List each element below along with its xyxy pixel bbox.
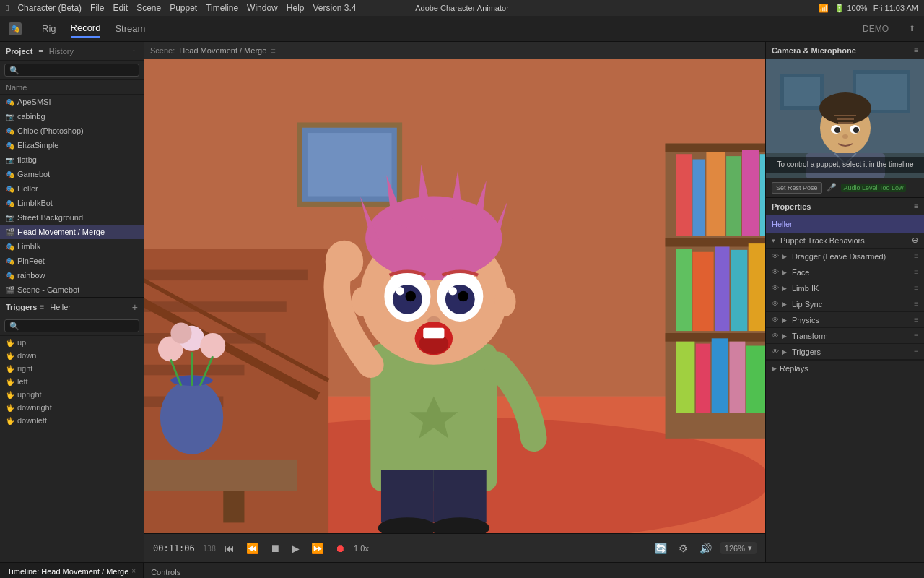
behavior-triggers[interactable]: 👁 ▶ Triggers ≡ — [766, 344, 924, 360]
audio-button[interactable]: 🔊 — [697, 541, 715, 556]
project-item[interactable]: 🎭 PinFeet — [0, 254, 144, 268]
settings-button[interactable]: ⚙ — [676, 541, 691, 556]
trigger-item[interactable]: 🖐 upleft — [0, 427, 144, 430]
project-item[interactable]: 🎭 Chloe (Photoshop) — [0, 124, 144, 138]
project-search-input[interactable] — [4, 64, 139, 77]
project-item[interactable]: 🎭 LimbIkBot — [0, 196, 144, 210]
triggers-panel: Triggers ≡ Heller + 🖐 up 🖐 down 🖐 — [0, 297, 144, 430]
behavior-name: Limb IK — [792, 284, 914, 293]
project-item[interactable]: 📷 flatbg — [0, 152, 144, 167]
trigger-item[interactable]: 🖐 downright — [0, 401, 144, 414]
scene-header: Scene: Head Movement / Merge ≡ — [144, 42, 765, 59]
triggers-search-input[interactable] — [4, 319, 139, 332]
behavior-settings-icon[interactable]: ≡ — [914, 332, 918, 340]
tab-rig[interactable]: Rig — [42, 20, 56, 37]
trigger-item[interactable]: 🖐 down — [0, 349, 144, 362]
stop-button[interactable]: ⏹ — [267, 541, 283, 556]
visibility-icon[interactable]: 👁 — [772, 332, 780, 340]
trigger-item[interactable]: 🖐 right — [0, 362, 144, 375]
behavior-physics[interactable]: 👁 ▶ Physics ≡ — [766, 312, 924, 328]
expand-icon[interactable]: ▶ — [782, 285, 788, 292]
svg-rect-40 — [729, 342, 745, 413]
visibility-icon[interactable]: 👁 — [772, 268, 780, 276]
step-forward-button[interactable]: ⏩ — [308, 541, 326, 556]
menu-puppet[interactable]: Puppet — [170, 3, 197, 13]
behavior-settings-icon[interactable]: ≡ — [914, 252, 918, 260]
skip-to-start-button[interactable]: ⏮ — [222, 541, 237, 556]
trigger-item[interactable]: 🖐 downleft — [0, 414, 144, 427]
project-item-name: PinFeet — [17, 256, 45, 265]
project-item[interactable]: 🎬 Scene - Gamebot — [0, 282, 144, 297]
expand-icon[interactable]: ▶ — [782, 269, 788, 276]
behavior-settings-icon[interactable]: ≡ — [914, 268, 918, 276]
add-trigger-button[interactable]: + — [132, 301, 138, 313]
scene-menu-icon[interactable]: ≡ — [271, 46, 275, 55]
project-item[interactable]: 🎭 ApeSMSI — [0, 95, 144, 109]
visibility-icon[interactable]: 👁 — [772, 348, 780, 355]
behavior-face[interactable]: 👁 ▶ Face ≡ — [766, 264, 924, 280]
controls-tab[interactable]: Controls — [144, 568, 188, 577]
menu-file[interactable]: File — [90, 3, 104, 13]
expand-icon[interactable]: ▶ — [782, 253, 788, 260]
menu-help[interactable]: Help — [287, 3, 305, 13]
menu-timeline[interactable]: Timeline — [206, 3, 238, 13]
play-button[interactable]: ▶ — [289, 541, 302, 556]
project-options-icon[interactable]: ⋮ — [130, 46, 138, 56]
tab-record[interactable]: Record — [71, 20, 101, 38]
record-button[interactable]: ⏺ — [332, 541, 348, 556]
step-back-button[interactable]: ⏪ — [243, 541, 261, 556]
trigger-type-icon: 🖐 — [6, 391, 14, 399]
properties-header: Properties ≡ — [766, 198, 924, 215]
history-tab[interactable]: History — [49, 47, 74, 56]
behaviors-section-header[interactable]: ▾ Puppet Track Behaviors ⊕ — [766, 233, 924, 249]
project-item[interactable]: 🎭 Gamebot — [0, 167, 144, 181]
project-item[interactable]: 📷 cabinbg — [0, 109, 144, 124]
set-rest-pose-button[interactable]: Set Rest Pose — [772, 182, 822, 194]
visibility-icon[interactable]: 👁 — [772, 300, 780, 308]
behavior-lip-sync[interactable]: 👁 ▶ Lip Sync ≡ — [766, 296, 924, 312]
behavior-dragger[interactable]: 👁 ▶ Dragger (Leave Disarmed) ≡ — [766, 249, 924, 264]
project-item-active[interactable]: 🎬 Head Movement / Merge — [0, 225, 144, 239]
timeline-tab[interactable]: Timeline: Head Movement / Merge × — [0, 563, 144, 578]
center-area: Scene: Head Movement / Merge ≡ — [144, 42, 765, 562]
project-item[interactable]: 🎭 Heller — [0, 181, 144, 196]
behavior-settings-icon[interactable]: ≡ — [914, 348, 918, 355]
project-item[interactable]: 🎭 LimbIk — [0, 239, 144, 254]
triggers-menu-icon[interactable]: ≡ — [40, 303, 44, 311]
menu-scene[interactable]: Scene — [136, 3, 161, 13]
expand-icon[interactable]: ▶ — [782, 301, 788, 308]
trigger-item[interactable]: 🖐 upright — [0, 388, 144, 401]
svg-rect-52 — [223, 491, 244, 523]
zoom-control[interactable]: 126% ▾ — [720, 542, 757, 554]
tab-stream[interactable]: Stream — [115, 23, 145, 34]
apple-menu[interactable]:  — [6, 3, 9, 13]
visibility-icon[interactable]: 👁 — [772, 316, 780, 324]
menu-window[interactable]: Window — [247, 3, 278, 13]
visibility-icon[interactable]: 👁 — [772, 284, 780, 292]
project-item[interactable]: 🎭 rainbow — [0, 268, 144, 282]
expand-icon[interactable]: ▶ — [782, 316, 788, 324]
export-icon[interactable]: ⬆ — [909, 24, 915, 33]
project-item[interactable]: 🎭 ElizaSimple — [0, 138, 144, 152]
behavior-transform[interactable]: 👁 ▶ Transform ≡ — [766, 328, 924, 344]
behavior-settings-icon[interactable]: ≡ — [914, 300, 918, 308]
expand-icon[interactable]: ▶ — [782, 332, 788, 340]
project-item[interactable]: 📷 Street Background — [0, 210, 144, 225]
timeline-close-icon[interactable]: × — [131, 567, 136, 575]
properties-menu-icon[interactable]: ≡ — [914, 202, 918, 210]
scene-viewport — [144, 59, 765, 533]
expand-icon[interactable]: ▶ — [782, 348, 788, 355]
behaviors-add-icon[interactable]: ⊕ — [912, 236, 918, 245]
behavior-settings-icon[interactable]: ≡ — [914, 284, 918, 292]
menu-edit[interactable]: Edit — [113, 3, 128, 13]
camera-menu-icon[interactable]: ≡ — [914, 46, 918, 54]
behavior-settings-icon[interactable]: ≡ — [914, 316, 918, 324]
svg-point-108 — [842, 134, 848, 139]
visibility-icon[interactable]: 👁 — [772, 252, 780, 260]
trigger-item[interactable]: 🖐 left — [0, 375, 144, 388]
trigger-item[interactable]: 🖐 up — [0, 336, 144, 349]
replays-section[interactable]: ▶ Replays — [766, 360, 924, 376]
trigger-name: right — [17, 364, 32, 373]
behavior-limb-ik[interactable]: 👁 ▶ Limb IK ≡ — [766, 280, 924, 296]
loop-button[interactable]: 🔄 — [652, 541, 670, 556]
